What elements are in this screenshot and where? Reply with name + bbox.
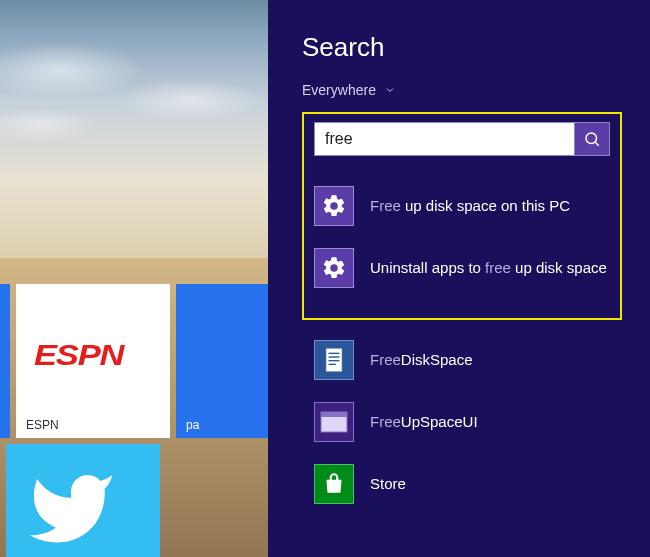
espn-logo: ESPN [34,338,123,372]
search-title: Search [302,32,622,63]
svg-line-1 [595,142,598,145]
tile-label-blue: pa [186,418,199,432]
twitter-icon [16,464,126,554]
tile-blue-right[interactable]: pa [176,284,268,438]
search-button[interactable] [574,122,610,156]
highlighted-region: Free up disk space on this PC Uninstall … [302,112,622,320]
result-text: FreeUpSpaceUI [370,412,478,432]
svg-point-0 [586,133,597,144]
svg-rect-6 [329,360,340,361]
search-charm-panel: Search Everywhere Free up disk space on … [268,0,650,557]
wallpaper-clouds [0,30,268,150]
result-free-up-disk-space[interactable]: Free up disk space on this PC [314,180,610,232]
window-icon [314,402,354,442]
search-icon [583,130,601,148]
desktop-background: ESPN ESPN pa [0,0,268,557]
store-icon [314,464,354,504]
search-input[interactable] [314,122,574,156]
result-text: FreeDiskSpace [370,350,473,370]
gear-icon [314,186,354,226]
search-scope-label: Everywhere [302,82,376,98]
gear-icon [314,248,354,288]
result-text: Uninstall apps to free up disk space [370,258,607,278]
result-uninstall-apps[interactable]: Uninstall apps to free up disk space [314,242,610,294]
svg-rect-9 [321,412,347,417]
svg-rect-13 [335,488,338,491]
svg-rect-7 [329,364,336,365]
tile-twitter[interactable] [6,444,160,557]
search-input-wrap [314,122,610,156]
svg-rect-10 [331,484,334,487]
result-freediskspace[interactable]: FreeDiskSpace [314,334,612,386]
svg-rect-11 [335,484,338,487]
chevron-down-icon [384,84,396,96]
result-text: Free up disk space on this PC [370,196,570,216]
tile-espn[interactable]: ESPN ESPN [16,284,170,438]
tile-label-espn: ESPN [26,418,59,432]
start-tiles-row: ESPN ESPN pa [0,284,268,438]
more-results: FreeDiskSpace FreeUpSpaceUI Store [302,324,622,510]
search-scope-dropdown[interactable]: Everywhere [302,82,396,98]
tile-partial-left[interactable] [0,284,10,438]
svg-rect-12 [331,488,334,491]
result-text: Store [370,474,406,494]
result-store[interactable]: Store [314,458,612,510]
svg-rect-5 [329,356,340,357]
svg-rect-4 [329,353,340,354]
document-icon [314,340,354,380]
result-freeupspaceui[interactable]: FreeUpSpaceUI [314,396,612,448]
